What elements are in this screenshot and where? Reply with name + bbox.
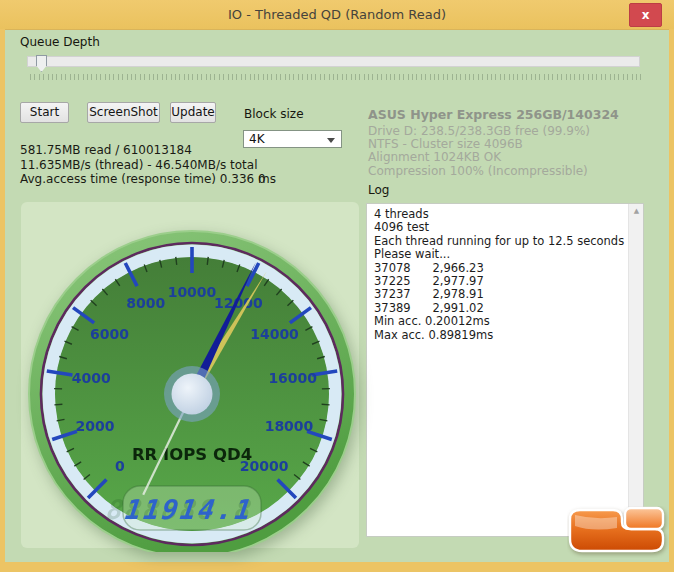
log-line: Each thread running for up to 12.5 secon…: [374, 235, 628, 248]
window-title: IO - Threaded QD (Random Read): [228, 7, 446, 22]
log-line: 4 threads: [374, 208, 628, 221]
scroll-up-icon[interactable]: ▲: [629, 204, 644, 219]
gauge-minor-tick: [54, 404, 62, 405]
gauge-scale-label: 8000: [126, 295, 165, 311]
gauge-scale-label: 0: [115, 458, 125, 474]
gauge-scale-label: 14000: [250, 326, 299, 342]
gauge-minor-tick: [176, 257, 177, 265]
drive-detail-line: Compression 100% (Incompressible): [368, 165, 590, 178]
block-size-label: Block size: [244, 107, 304, 121]
iops-gauge: 0200040006000800010000120001400016000180…: [11, 202, 371, 552]
chevron-down-icon: [327, 138, 335, 143]
log-line: 37078 2,966.23: [374, 262, 628, 275]
access-counter: 0: [258, 172, 266, 186]
gauge-scale-label: 16000: [268, 370, 317, 386]
titlebar: IO - Threaded QD (Random Read): [0, 0, 674, 29]
log-line: Please wait...: [374, 248, 628, 261]
queue-depth-slider-ticks: [30, 74, 642, 80]
queue-depth-slider-thumb[interactable]: [36, 55, 47, 72]
needle-hub: [172, 374, 213, 415]
gauge-minor-tick: [207, 257, 208, 265]
log-label: Log: [368, 183, 389, 197]
log-scrollbar[interactable]: ▲ ▼: [628, 204, 643, 536]
legitreviews-logo: [567, 506, 669, 558]
throughput-stats: 581.75MB read / 610013184 11.635MB/s (th…: [20, 143, 276, 187]
close-button[interactable]: x: [629, 3, 662, 27]
log-line: Min acc. 0.20012ms: [374, 315, 628, 328]
gauge-scale-label: 18000: [265, 418, 314, 434]
gauge-scale-label: 10000: [168, 284, 217, 300]
gauge-scale-label: 6000: [90, 326, 129, 342]
gauge-title: RR IOPS QD4: [132, 445, 252, 464]
log-line: 37389 2,991.02: [374, 302, 628, 315]
log-line: 37237 2,978.91: [374, 288, 628, 301]
digital-value: 11914.1: [123, 494, 255, 525]
drive-detail-line: Alignment 1024KB OK: [368, 151, 590, 164]
drive-title: ASUS Hyper Express 256GB/140324: [368, 107, 619, 122]
app-window: IO - Threaded QD (Random Read) x Queue D…: [0, 0, 674, 572]
log-line: 4096 test: [374, 221, 628, 234]
log-line: 37225 2,977.97: [374, 275, 628, 288]
log-content: 4 threads4096 testEach thread running fo…: [367, 204, 628, 536]
update-button[interactable]: Update: [170, 102, 216, 123]
gauge-minor-tick: [322, 404, 330, 405]
gauge-scale-label: 2000: [76, 418, 115, 434]
start-button[interactable]: Start: [20, 102, 69, 123]
log-line: Max acc. 0.89819ms: [374, 329, 628, 342]
client-area: Queue Depth Start ScreenShot Update Bloc…: [5, 29, 669, 562]
log-box[interactable]: 4 threads4096 testEach thread running fo…: [366, 203, 644, 537]
queue-depth-slider-track[interactable]: [27, 56, 640, 67]
gauge-scale-label: 4000: [72, 370, 111, 386]
queue-depth-label: Queue Depth: [20, 35, 100, 49]
drive-details: Drive D: 238.5/238.3GB free (99.9%)NTFS …: [368, 125, 590, 178]
screenshot-button[interactable]: ScreenShot: [87, 102, 160, 123]
